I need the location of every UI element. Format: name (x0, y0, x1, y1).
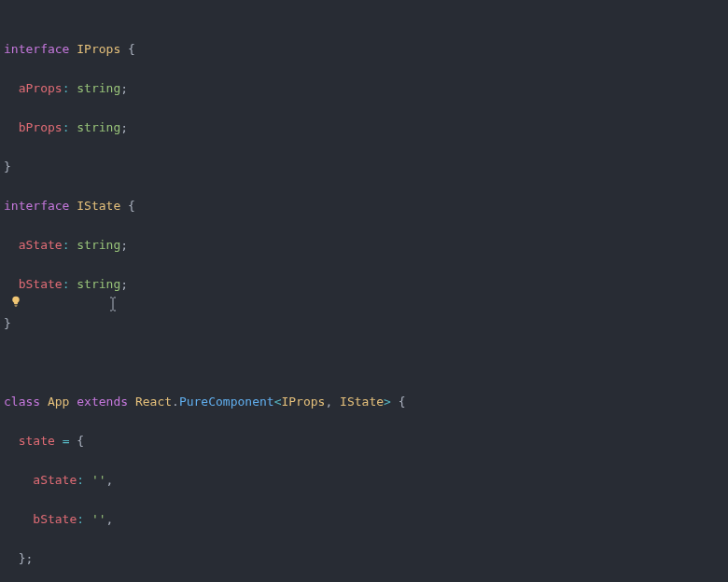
code-editor[interactable]: interface IProps { aProps: string; bProp… (0, 0, 728, 582)
type-ref: string (77, 120, 120, 134)
type-ref: string (77, 238, 120, 252)
type-name: IProps (77, 42, 120, 56)
brace: { (399, 395, 406, 409)
string-literal: '' (91, 512, 106, 526)
colon: : (63, 81, 70, 95)
property: aState (19, 238, 63, 252)
string-literal: '' (91, 473, 106, 487)
text-cursor-icon (108, 297, 118, 317)
brace: { (128, 199, 135, 213)
angle: > (384, 395, 391, 409)
property: state (19, 434, 55, 448)
type-ref: IState (340, 395, 384, 409)
comma: , (106, 512, 114, 526)
property: bState (33, 512, 77, 526)
semicolon: ; (120, 120, 128, 134)
semicolon: ; (120, 277, 128, 291)
type-ref: React (135, 395, 172, 409)
lightbulb-icon[interactable] (10, 296, 21, 307)
keyword: extends (77, 395, 128, 409)
type-name: IState (77, 199, 120, 213)
type-ref: IProps (281, 395, 325, 409)
semicolon: ; (120, 81, 128, 95)
property: aProps (19, 81, 63, 95)
brace: } (4, 159, 11, 173)
property: bProps (19, 120, 63, 134)
code-line[interactable]: bState: string; (4, 274, 724, 294)
semicolon: ; (120, 238, 128, 252)
colon: : (63, 120, 70, 134)
code-line[interactable]: aProps: string; (4, 78, 724, 98)
code-line[interactable]: }; (4, 548, 724, 568)
code-line[interactable]: aState: '', (4, 470, 724, 490)
code-line[interactable]: bState: '', (4, 509, 724, 529)
code-line[interactable]: class App extends React.PureComponent<IP… (4, 392, 724, 411)
semicolon: ; (25, 551, 33, 565)
keyword: class (4, 395, 40, 409)
dot: . (172, 395, 179, 409)
type-ref: PureComponent (179, 395, 274, 409)
property: aState (33, 473, 77, 487)
colon: : (63, 277, 70, 291)
colon: : (77, 473, 84, 487)
code-line[interactable]: aState: string; (4, 235, 724, 255)
svg-rect-0 (15, 305, 18, 306)
class-name: App (48, 395, 69, 409)
colon: : (77, 512, 84, 526)
property: bState (19, 277, 63, 291)
code-line[interactable]: state = { (4, 431, 724, 450)
keyword: interface (4, 42, 69, 56)
type-ref: string (77, 277, 120, 291)
svg-rect-1 (15, 306, 17, 307)
code-line[interactable] (4, 353, 724, 372)
code-line[interactable]: } (4, 157, 724, 176)
comma: , (106, 473, 114, 487)
comma: , (325, 395, 332, 409)
code-line[interactable]: interface IState { (4, 196, 724, 215)
brace: { (128, 42, 135, 56)
code-line[interactable]: bProps: string; (4, 118, 724, 137)
brace: } (4, 316, 11, 330)
brace: { (77, 434, 84, 448)
type-ref: string (77, 81, 120, 95)
equals: = (63, 434, 70, 448)
keyword: interface (4, 199, 69, 213)
colon: : (63, 238, 70, 252)
code-line[interactable]: interface IProps { (4, 39, 724, 59)
